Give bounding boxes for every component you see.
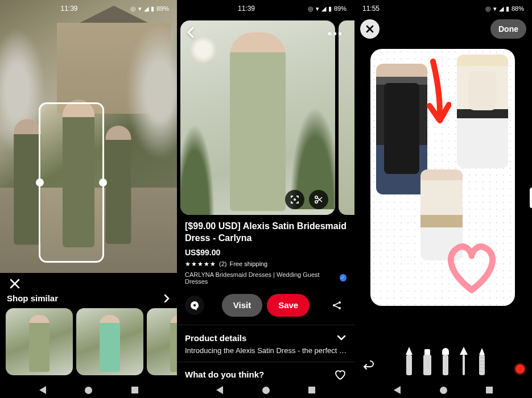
product-details-section[interactable]: Product details Introducing the Alexis S… — [177, 325, 354, 360]
svg-point-3 — [193, 304, 196, 306]
brush-pencil[interactable] — [477, 348, 486, 375]
shipping-label: Free shipping — [229, 260, 267, 267]
color-picker-button[interactable] — [514, 363, 526, 375]
collage-canvas[interactable] — [370, 49, 515, 306]
battery-percent: 89% — [156, 5, 169, 12]
nav-recents-icon[interactable] — [486, 387, 493, 393]
result-thumbnail[interactable] — [6, 308, 73, 375]
android-nav-bar — [354, 382, 532, 398]
similar-results-strip[interactable] — [6, 308, 177, 376]
back-button[interactable] — [185, 26, 197, 39]
undo-button[interactable] — [360, 358, 377, 375]
wifi-icon: ▾ — [138, 5, 142, 13]
pin-hero-image[interactable] — [180, 20, 335, 215]
cutout-scissors-button[interactable] — [309, 190, 328, 209]
nav-home-icon[interactable] — [85, 387, 92, 394]
product-details-heading: Product details — [185, 333, 246, 343]
brush-highlighter[interactable] — [441, 348, 450, 375]
battery-percent: 89% — [334, 5, 347, 12]
signal-icon: ◢ — [499, 5, 504, 13]
status-time: 11:55 — [362, 5, 380, 13]
android-nav-bar — [177, 382, 354, 398]
signal-icon: ◢ — [144, 5, 149, 13]
nav-back-icon[interactable] — [394, 386, 401, 394]
svg-point-4 — [333, 304, 335, 306]
nfc-icon: ◎ — [130, 5, 136, 13]
done-button[interactable]: Done — [490, 19, 526, 39]
crop-handle-left[interactable] — [36, 179, 44, 186]
vendor-name[interactable]: CARLYNA Bridesmaid Dresses | Wedding Gue… — [185, 271, 337, 285]
nav-home-icon[interactable] — [262, 387, 270, 394]
status-time: 11:39 — [238, 5, 255, 13]
shop-similar-chevron-icon[interactable] — [163, 294, 170, 303]
nfc-icon: ◎ — [485, 5, 491, 13]
heart-icon[interactable] — [334, 369, 347, 380]
battery-icon: ▮ — [151, 5, 154, 13]
nfc-icon: ◎ — [308, 5, 314, 13]
svg-point-0 — [294, 198, 296, 201]
overflow-menu-button[interactable]: ••• — [328, 27, 343, 40]
comment-button[interactable] — [185, 296, 204, 315]
result-thumbnail[interactable] — [147, 308, 177, 375]
brush-picker — [405, 347, 486, 375]
drawn-arrow[interactable] — [423, 56, 451, 130]
nav-recents-icon[interactable] — [308, 387, 315, 393]
canvas-side-handle[interactable] — [530, 188, 532, 208]
status-bar: 11:55 ◎ ▾ ◢ ▮ 88% — [354, 0, 532, 17]
visit-button[interactable]: Visit — [222, 294, 262, 317]
close-button[interactable] — [360, 19, 380, 39]
brush-pen[interactable] — [405, 347, 414, 375]
nav-back-icon[interactable] — [216, 386, 223, 394]
screen-visual-search: 11:39 ◎ ▾ ◢ ▮ 89% Shop similar — [0, 0, 177, 398]
crop-selection[interactable] — [39, 102, 104, 263]
reaction-prompt: What do you think? — [185, 370, 264, 379]
visual-search-button[interactable] — [285, 190, 304, 209]
signal-icon: ◢ — [321, 5, 326, 13]
screen-pin-detail: 11:39 ◎ ▾ ◢ ▮ 89% ••• — [177, 0, 354, 398]
battery-percent: 88% — [512, 5, 524, 12]
brush-arrow[interactable] — [459, 347, 468, 375]
source-photo[interactable] — [0, 0, 177, 273]
status-bar: 11:39 ◎ ▾ ◢ ▮ 89% — [0, 0, 177, 17]
cutout-image[interactable] — [376, 64, 427, 194]
save-button[interactable]: Save — [267, 294, 310, 317]
nav-back-icon[interactable] — [39, 386, 46, 394]
share-button[interactable] — [327, 296, 347, 315]
screen-collage-editor: 11:55 ◎ ▾ ◢ ▮ 88% Done — [354, 0, 532, 398]
status-bar: 11:39 ◎ ▾ ◢ ▮ 89% — [177, 0, 354, 17]
brush-marker[interactable] — [423, 349, 432, 375]
wifi-icon: ▾ — [493, 5, 497, 13]
battery-icon: ▮ — [506, 5, 509, 13]
nav-home-icon[interactable] — [440, 387, 447, 394]
battery-icon: ▮ — [328, 5, 332, 13]
verified-badge-icon: ✓ — [340, 274, 347, 281]
product-details-preview: Introducing the Alexis Satin Dress - the… — [185, 346, 347, 355]
close-button[interactable] — [7, 276, 23, 292]
pin-title: [$99.00 USD] Alexis Satin Bridesmaid Dre… — [185, 221, 347, 244]
next-pin-peek[interactable] — [339, 20, 354, 215]
crop-handle-right[interactable] — [99, 179, 107, 186]
android-nav-bar — [0, 382, 177, 398]
status-time: 11:39 — [60, 5, 77, 13]
nav-recents-icon[interactable] — [131, 387, 138, 393]
cutout-image[interactable] — [457, 55, 508, 168]
shop-similar-heading: Shop similar — [7, 293, 58, 303]
result-thumbnail[interactable] — [76, 308, 143, 375]
wifi-icon: ▾ — [316, 5, 319, 13]
drawn-heart[interactable] — [438, 233, 506, 301]
pin-price: US$99.00 — [185, 248, 347, 257]
review-count: (2) — [219, 260, 226, 267]
rating-stars-icon: ★★★★★ — [185, 260, 216, 268]
chevron-down-icon[interactable] — [336, 334, 347, 341]
